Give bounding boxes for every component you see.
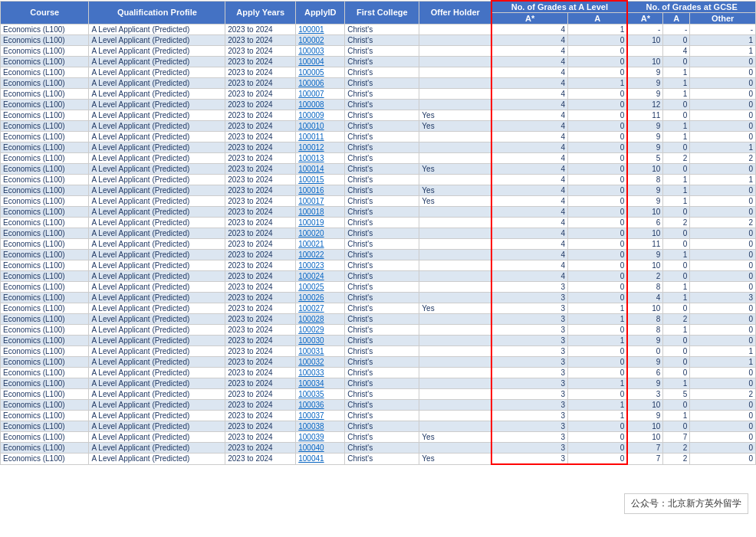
table-cell: 1	[663, 250, 690, 260]
table-cell	[419, 336, 492, 346]
table-cell: Economics (L100)	[1, 271, 89, 282]
table-cell: 100035	[296, 389, 345, 400]
table-cell: 9	[627, 336, 662, 346]
table-cell: -	[690, 25, 756, 35]
table-cell: Economics (L100)	[1, 100, 89, 110]
table-cell: Yes	[419, 454, 492, 465]
table-row: Economics (L100)A Level Applicant (Predi…	[1, 250, 756, 260]
table-cell: A Level Applicant (Predicted)	[89, 250, 225, 260]
table-cell: 1	[690, 346, 756, 357]
table-cell: 8	[627, 314, 662, 325]
table-cell: Economics (L100)	[1, 175, 89, 185]
table-cell: 4	[491, 207, 567, 218]
table-cell: 2023 to 2024	[225, 228, 296, 239]
table-cell: 100002	[296, 35, 345, 46]
table-cell: 1	[663, 293, 690, 303]
table-row: Economics (L100)A Level Applicant (Predi…	[1, 432, 756, 443]
table-row: Economics (L100)A Level Applicant (Predi…	[1, 207, 756, 218]
table-cell: Economics (L100)	[1, 46, 89, 57]
table-cell: 100025	[296, 282, 345, 293]
table-cell: 0	[663, 260, 690, 271]
table-cell: 4	[663, 46, 690, 57]
table-cell: A Level Applicant (Predicted)	[89, 175, 225, 185]
table-cell: Economics (L100)	[1, 25, 89, 35]
table-cell: Economics (L100)	[1, 196, 89, 207]
table-cell: 0	[568, 89, 628, 100]
table-cell: 4	[491, 271, 567, 282]
table-cell: 8	[627, 325, 662, 336]
table-cell: A Level Applicant (Predicted)	[89, 271, 225, 282]
table-cell: 100012	[296, 142, 345, 153]
table-cell	[419, 57, 492, 67]
table-row: Economics (L100)A Level Applicant (Predi…	[1, 239, 756, 250]
table-cell: 1	[690, 46, 756, 57]
table-cell: 100041	[296, 454, 345, 465]
table-cell: 100027	[296, 303, 345, 314]
table-cell: 0	[690, 78, 756, 89]
table-cell: 100019	[296, 218, 345, 228]
table-cell: Christ's	[345, 421, 419, 432]
table-cell: Yes	[419, 303, 492, 314]
table-cell: Christ's	[345, 164, 419, 175]
table-cell: 2023 to 2024	[225, 218, 296, 228]
table-cell	[419, 260, 492, 271]
table-cell: 2023 to 2024	[225, 110, 296, 121]
table-cell: 4	[491, 110, 567, 121]
table-cell: Christ's	[345, 389, 419, 400]
table-cell: 2023 to 2024	[225, 411, 296, 421]
table-cell: 0	[568, 325, 628, 336]
table-cell: 100028	[296, 314, 345, 325]
table-cell: A Level Applicant (Predicted)	[89, 142, 225, 153]
table-cell: Economics (L100)	[1, 228, 89, 239]
table-cell: 0	[690, 250, 756, 260]
table-row: Economics (L100)A Level Applicant (Predi…	[1, 35, 756, 46]
table-cell: 100020	[296, 228, 345, 239]
table-cell: Economics (L100)	[1, 67, 89, 78]
table-cell: Christ's	[345, 67, 419, 78]
table-cell: 100036	[296, 400, 345, 411]
table-cell: Yes	[419, 164, 492, 175]
table-cell: 0	[568, 35, 628, 46]
table-cell: Christ's	[345, 346, 419, 357]
table-cell: 3	[491, 282, 567, 293]
table-cell: 0	[568, 454, 628, 465]
table-cell: 0	[690, 132, 756, 142]
table-cell: Economics (L100)	[1, 357, 89, 368]
table-row: Economics (L100)A Level Applicant (Predi…	[1, 175, 756, 185]
table-cell: 3	[491, 336, 567, 346]
table-cell: A Level Applicant (Predicted)	[89, 57, 225, 67]
table-row: Economics (L100)A Level Applicant (Predi…	[1, 303, 756, 314]
table-cell: 0	[568, 67, 628, 78]
table-cell: A Level Applicant (Predicted)	[89, 357, 225, 368]
col-group-gcse: No. of Grades at GCSE	[627, 1, 755, 13]
table-cell: -	[663, 25, 690, 35]
table-cell: 0	[690, 207, 756, 218]
table-cell: 2023 to 2024	[225, 454, 296, 465]
table-row: Economics (L100)A Level Applicant (Predi…	[1, 400, 756, 411]
table-cell: Christ's	[345, 378, 419, 389]
table-cell: Economics (L100)	[1, 443, 89, 454]
table-cell: Economics (L100)	[1, 432, 89, 443]
table-cell: 2023 to 2024	[225, 89, 296, 100]
table-cell: 1	[663, 132, 690, 142]
table-cell: Economics (L100)	[1, 389, 89, 400]
table-cell: Economics (L100)	[1, 421, 89, 432]
table-cell: 0	[568, 357, 628, 368]
table-cell: A Level Applicant (Predicted)	[89, 164, 225, 175]
table-cell: 0	[568, 57, 628, 67]
table-cell: 0	[663, 346, 690, 357]
table-cell: 2023 to 2024	[225, 121, 296, 132]
table-cell: 0	[663, 100, 690, 110]
table-cell: Christ's	[345, 196, 419, 207]
table-cell: 4	[491, 185, 567, 196]
table-cell: Christ's	[345, 78, 419, 89]
table-cell: 2023 to 2024	[225, 378, 296, 389]
table-cell: 2023 to 2024	[225, 325, 296, 336]
table-cell: 0	[690, 239, 756, 250]
table-cell: 1	[663, 175, 690, 185]
table-cell: 9	[627, 185, 662, 196]
table-cell	[419, 35, 492, 46]
table-cell: A Level Applicant (Predicted)	[89, 89, 225, 100]
table-cell: 2023 to 2024	[225, 432, 296, 443]
table-cell: 4	[491, 89, 567, 100]
